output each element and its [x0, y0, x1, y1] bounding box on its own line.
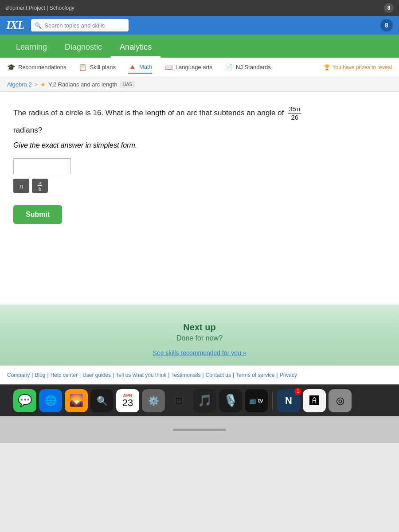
footer-company[interactable]: Company: [7, 372, 30, 378]
language-arts-label: Language arts: [176, 64, 212, 70]
browser-title: elopment Project | Schoology: [5, 5, 74, 11]
question-text-part1: The radius of a circle is 16. What is th…: [13, 109, 284, 117]
see-skills-link[interactable]: See skills recommended for you »: [9, 349, 390, 356]
answer-section: π a b Submit: [13, 158, 386, 224]
dock-app-circle[interactable]: ◎: [329, 389, 352, 412]
dock-app3[interactable]: 🔍: [90, 389, 113, 412]
answer-input[interactable]: [13, 158, 71, 174]
subnav-recommendations[interactable]: 🎓 Recommendations: [7, 62, 66, 73]
browser-chrome-bar: elopment Project | Schoology 8: [0, 0, 399, 16]
subnav-math[interactable]: 🔺 Math: [128, 61, 152, 74]
prize-notice: 🏆 You have prizes to reveal: [324, 64, 392, 70]
sub-nav-bar: 🎓 Recommendations 📋 Skill plans 🔺 Math 📖…: [0, 58, 399, 77]
fraction-container: 35π 26: [288, 105, 301, 121]
user-badge[interactable]: 8: [380, 19, 393, 31]
recommendations-icon: 🎓: [7, 63, 16, 71]
home-indicator: [173, 429, 226, 431]
done-for-now-text: Done for now?: [9, 334, 390, 342]
search-bar-container[interactable]: 🔍: [31, 19, 129, 31]
breadcrumb-separator: >: [35, 81, 38, 88]
star-icon: ★: [40, 81, 46, 88]
answer-buttons-row: π a b: [13, 179, 386, 193]
main-content-area: The radius of a circle is 16. What is th…: [0, 92, 399, 305]
fraction-numerator: 35π: [288, 105, 301, 113]
browser-badge: 8: [384, 3, 394, 13]
math-icon: 🔺: [128, 63, 137, 71]
dock-calendar[interactable]: APR 23: [116, 389, 139, 412]
fraction-denominator: 26: [290, 113, 299, 121]
language-arts-icon: 📖: [164, 63, 173, 71]
tab-learning[interactable]: Learning: [7, 38, 56, 58]
footer-feedback[interactable]: Tell us what you think: [116, 372, 166, 378]
nj-standards-icon: 📄: [225, 63, 233, 71]
dock-appletv[interactable]: 📺 tv: [245, 389, 268, 412]
fraction-button[interactable]: a b: [32, 179, 48, 193]
trophy-icon: 🏆: [324, 64, 330, 70]
prize-text: You have prizes to reveal: [332, 64, 392, 70]
subnav-skill-plans[interactable]: 📋 Skill plans: [78, 62, 116, 73]
question-text-part2: radians?: [13, 124, 386, 136]
question-text: The radius of a circle is 16. What is th…: [13, 105, 386, 121]
dock-podcasts[interactable]: 🎙️: [219, 389, 242, 412]
breadcrumb: Algebra 2 > ★ Y.2 Radians and arc length…: [0, 77, 399, 92]
search-icon: 🔍: [35, 22, 42, 29]
dock-reminders[interactable]: ⚙️: [142, 389, 165, 412]
footer-help-center[interactable]: Help center: [51, 372, 78, 378]
macos-dock: 💬 🌐 🌄 🔍 APR 23 ⚙️ □ 🎵 🎙️ 📺 tv N 1 🅰 ◎: [0, 384, 399, 416]
math-label: Math: [139, 63, 152, 70]
next-up-section: Next up Done for now? See skills recomme…: [0, 305, 399, 365]
subnav-language-arts[interactable]: 📖 Language arts: [164, 62, 212, 73]
skill-plans-icon: 📋: [78, 63, 87, 71]
footer-contact-us[interactable]: Contact us: [206, 372, 231, 378]
footer-privacy[interactable]: Privacy: [280, 372, 297, 378]
ixl-topbar: IXL 🔍 8: [0, 16, 399, 35]
tab-diagnostic[interactable]: Diagnostic: [56, 38, 111, 58]
dock-finder[interactable]: 🌐: [39, 389, 62, 412]
breadcrumb-badge: UA5: [120, 81, 134, 88]
dock-app-n[interactable]: N 1: [277, 389, 300, 412]
breadcrumb-parent[interactable]: Algebra 2: [7, 81, 32, 88]
dock-separator: [272, 392, 273, 410]
dock-finder2[interactable]: □: [168, 389, 191, 412]
dock-music[interactable]: 🎵: [193, 389, 216, 412]
footer-blog[interactable]: Blog: [35, 372, 45, 378]
pi-button[interactable]: π: [13, 179, 29, 193]
submit-button[interactable]: Submit: [13, 205, 62, 224]
dock-app-a[interactable]: 🅰: [303, 389, 326, 412]
breadcrumb-current: Y.2 Radians and arc length: [48, 81, 117, 88]
dock-photos[interactable]: 🌄: [65, 389, 88, 412]
skill-plans-label: Skill plans: [90, 64, 116, 70]
footer-user-guides[interactable]: User guides: [82, 372, 111, 378]
dock-notification-badge: 1: [294, 388, 301, 395]
nj-standards-label: NJ Standards: [236, 64, 271, 70]
next-up-title: Next up: [9, 322, 390, 332]
dock-calendar-day: 23: [122, 398, 133, 408]
tab-analytics[interactable]: Analytics: [111, 38, 160, 58]
fraction-icon: a b: [38, 180, 42, 192]
footer-terms[interactable]: Terms of service: [236, 372, 274, 378]
dock-messages[interactable]: 💬: [13, 389, 36, 412]
bottom-bezel: [0, 416, 399, 443]
main-nav-tabs: Learning Diagnostic Analytics: [0, 35, 399, 58]
question-instruction: Give the exact answer in simplest form.: [13, 141, 386, 149]
instruction-text: Give the exact answer in simplest form.: [13, 141, 137, 149]
ixl-logo[interactable]: IXL: [6, 19, 24, 32]
footer-links: Company | Blog | Help center | User guid…: [0, 365, 399, 384]
recommendations-label: Recommendations: [18, 64, 66, 70]
subnav-nj-standards[interactable]: 📄 NJ Standards: [225, 62, 271, 73]
search-input[interactable]: [44, 22, 125, 29]
footer-testimonials[interactable]: Testimonials: [171, 372, 200, 378]
